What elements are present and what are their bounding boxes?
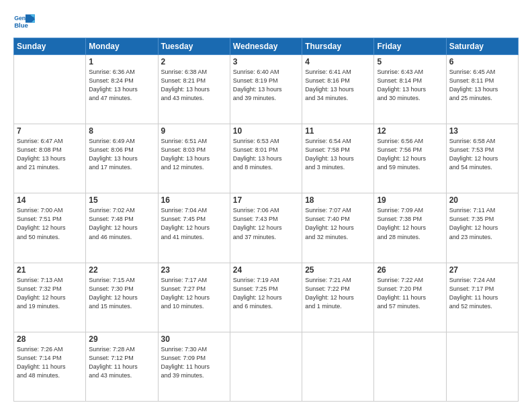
day-number: 27: [449, 265, 515, 275]
logo-icon: General Blue: [13, 12, 35, 31]
calendar-cell: 19Sunrise: 7:09 AM Sunset: 7:38 PM Dayli…: [374, 193, 446, 263]
calendar-cell: 6Sunrise: 6:45 AM Sunset: 8:11 PM Daylig…: [446, 55, 518, 124]
calendar-cell: [446, 332, 518, 401]
day-number: 7: [17, 126, 83, 136]
day-info: Sunrise: 6:51 AM Sunset: 8:03 PM Dayligh…: [161, 137, 227, 172]
calendar-cell: [302, 332, 374, 401]
day-info: Sunrise: 7:04 AM Sunset: 7:45 PM Dayligh…: [161, 206, 227, 241]
day-info: Sunrise: 6:49 AM Sunset: 8:06 PM Dayligh…: [89, 137, 154, 172]
day-info: Sunrise: 6:43 AM Sunset: 8:14 PM Dayligh…: [377, 68, 443, 103]
logo: General Blue: [13, 12, 35, 31]
week-row-1: 1Sunrise: 6:36 AM Sunset: 8:24 PM Daylig…: [14, 55, 519, 124]
calendar-cell: [230, 332, 302, 401]
calendar-cell: 9Sunrise: 6:51 AM Sunset: 8:03 PM Daylig…: [158, 124, 230, 193]
calendar-cell: 20Sunrise: 7:11 AM Sunset: 7:35 PM Dayli…: [446, 193, 518, 263]
day-info: Sunrise: 6:53 AM Sunset: 8:01 PM Dayligh…: [233, 137, 299, 172]
day-info: Sunrise: 7:21 AM Sunset: 7:22 PM Dayligh…: [305, 276, 371, 311]
day-info: Sunrise: 6:58 AM Sunset: 7:53 PM Dayligh…: [449, 137, 515, 172]
calendar-cell: 3Sunrise: 6:40 AM Sunset: 8:19 PM Daylig…: [230, 55, 302, 124]
calendar-cell: [14, 55, 86, 124]
header: General Blue: [13, 12, 519, 31]
calendar-cell: 25Sunrise: 7:21 AM Sunset: 7:22 PM Dayli…: [302, 263, 374, 332]
week-row-3: 14Sunrise: 7:00 AM Sunset: 7:51 PM Dayli…: [14, 193, 519, 263]
svg-text:General: General: [14, 15, 35, 21]
calendar-cell: 7Sunrise: 6:47 AM Sunset: 8:08 PM Daylig…: [14, 124, 86, 193]
day-number: 15: [89, 195, 154, 205]
day-number: 18: [305, 195, 371, 205]
day-info: Sunrise: 7:15 AM Sunset: 7:30 PM Dayligh…: [89, 276, 154, 311]
day-info: Sunrise: 6:40 AM Sunset: 8:19 PM Dayligh…: [233, 68, 299, 103]
calendar-cell: 21Sunrise: 7:13 AM Sunset: 7:32 PM Dayli…: [14, 263, 86, 332]
calendar-cell: 27Sunrise: 7:24 AM Sunset: 7:17 PM Dayli…: [446, 263, 518, 332]
day-info: Sunrise: 6:45 AM Sunset: 8:11 PM Dayligh…: [449, 68, 515, 103]
day-info: Sunrise: 7:09 AM Sunset: 7:38 PM Dayligh…: [377, 206, 443, 241]
day-number: 8: [89, 126, 154, 136]
calendar-cell: 30Sunrise: 7:30 AM Sunset: 7:09 PM Dayli…: [158, 332, 230, 401]
calendar-cell: 17Sunrise: 7:06 AM Sunset: 7:43 PM Dayli…: [230, 193, 302, 263]
day-number: 19: [377, 195, 443, 205]
day-info: Sunrise: 6:41 AM Sunset: 8:16 PM Dayligh…: [305, 68, 371, 103]
day-number: 6: [449, 57, 515, 66]
day-info: Sunrise: 7:00 AM Sunset: 7:51 PM Dayligh…: [17, 206, 83, 241]
day-number: 24: [233, 265, 299, 275]
calendar-cell: 28Sunrise: 7:26 AM Sunset: 7:14 PM Dayli…: [14, 332, 86, 401]
day-info: Sunrise: 6:36 AM Sunset: 8:24 PM Dayligh…: [89, 68, 154, 103]
day-info: Sunrise: 6:47 AM Sunset: 8:08 PM Dayligh…: [17, 137, 83, 172]
weekday-header-friday: Friday: [374, 38, 446, 55]
week-row-4: 21Sunrise: 7:13 AM Sunset: 7:32 PM Dayli…: [14, 263, 519, 332]
weekday-header-sunday: Sunday: [14, 38, 86, 55]
day-number: 22: [89, 265, 154, 275]
day-number: 9: [161, 126, 227, 136]
calendar-cell: 16Sunrise: 7:04 AM Sunset: 7:45 PM Dayli…: [158, 193, 230, 263]
day-info: Sunrise: 6:38 AM Sunset: 8:21 PM Dayligh…: [161, 68, 227, 103]
calendar-cell: 1Sunrise: 6:36 AM Sunset: 8:24 PM Daylig…: [86, 55, 158, 124]
day-number: 28: [17, 334, 83, 344]
calendar-cell: 10Sunrise: 6:53 AM Sunset: 8:01 PM Dayli…: [230, 124, 302, 193]
calendar-cell: 2Sunrise: 6:38 AM Sunset: 8:21 PM Daylig…: [158, 55, 230, 124]
weekday-header-saturday: Saturday: [446, 38, 518, 55]
weekday-header-tuesday: Tuesday: [158, 38, 230, 55]
day-info: Sunrise: 7:30 AM Sunset: 7:09 PM Dayligh…: [161, 345, 227, 380]
svg-text:Blue: Blue: [14, 21, 28, 29]
day-info: Sunrise: 7:22 AM Sunset: 7:20 PM Dayligh…: [377, 276, 443, 311]
day-number: 23: [161, 265, 227, 275]
day-number: 30: [161, 334, 227, 344]
calendar-table: SundayMondayTuesdayWednesdayThursdayFrid…: [13, 38, 519, 402]
weekday-header-row: SundayMondayTuesdayWednesdayThursdayFrid…: [14, 38, 519, 55]
calendar-cell: 22Sunrise: 7:15 AM Sunset: 7:30 PM Dayli…: [86, 263, 158, 332]
day-number: 10: [233, 126, 299, 136]
calendar-cell: 11Sunrise: 6:54 AM Sunset: 7:58 PM Dayli…: [302, 124, 374, 193]
day-number: 2: [161, 57, 227, 66]
day-number: 1: [89, 57, 154, 66]
calendar-cell: 18Sunrise: 7:07 AM Sunset: 7:40 PM Dayli…: [302, 193, 374, 263]
day-number: 17: [233, 195, 299, 205]
day-number: 12: [377, 126, 443, 136]
day-info: Sunrise: 7:06 AM Sunset: 7:43 PM Dayligh…: [233, 206, 299, 241]
day-number: 13: [449, 126, 515, 136]
calendar-cell: 23Sunrise: 7:17 AM Sunset: 7:27 PM Dayli…: [158, 263, 230, 332]
calendar-cell: 8Sunrise: 6:49 AM Sunset: 8:06 PM Daylig…: [86, 124, 158, 193]
day-number: 20: [449, 195, 515, 205]
weekday-header-wednesday: Wednesday: [230, 38, 302, 55]
calendar-cell: 14Sunrise: 7:00 AM Sunset: 7:51 PM Dayli…: [14, 193, 86, 263]
calendar-cell: 4Sunrise: 6:41 AM Sunset: 8:16 PM Daylig…: [302, 55, 374, 124]
calendar-cell: 15Sunrise: 7:02 AM Sunset: 7:48 PM Dayli…: [86, 193, 158, 263]
day-number: 26: [377, 265, 443, 275]
day-number: 11: [305, 126, 371, 136]
day-info: Sunrise: 7:11 AM Sunset: 7:35 PM Dayligh…: [449, 206, 515, 241]
calendar-cell: 29Sunrise: 7:28 AM Sunset: 7:12 PM Dayli…: [86, 332, 158, 401]
day-info: Sunrise: 6:54 AM Sunset: 7:58 PM Dayligh…: [305, 137, 371, 172]
day-number: 29: [89, 334, 154, 344]
day-info: Sunrise: 7:19 AM Sunset: 7:25 PM Dayligh…: [233, 276, 299, 311]
day-number: 4: [305, 57, 371, 66]
day-info: Sunrise: 7:26 AM Sunset: 7:14 PM Dayligh…: [17, 345, 83, 380]
weekday-header-monday: Monday: [86, 38, 158, 55]
day-info: Sunrise: 7:28 AM Sunset: 7:12 PM Dayligh…: [89, 345, 154, 380]
day-number: 21: [17, 265, 83, 275]
day-number: 14: [17, 195, 83, 205]
week-row-2: 7Sunrise: 6:47 AM Sunset: 8:08 PM Daylig…: [14, 124, 519, 193]
day-info: Sunrise: 7:02 AM Sunset: 7:48 PM Dayligh…: [89, 206, 154, 241]
day-info: Sunrise: 7:24 AM Sunset: 7:17 PM Dayligh…: [449, 276, 515, 311]
week-row-5: 28Sunrise: 7:26 AM Sunset: 7:14 PM Dayli…: [14, 332, 519, 401]
day-info: Sunrise: 7:13 AM Sunset: 7:32 PM Dayligh…: [17, 276, 83, 311]
